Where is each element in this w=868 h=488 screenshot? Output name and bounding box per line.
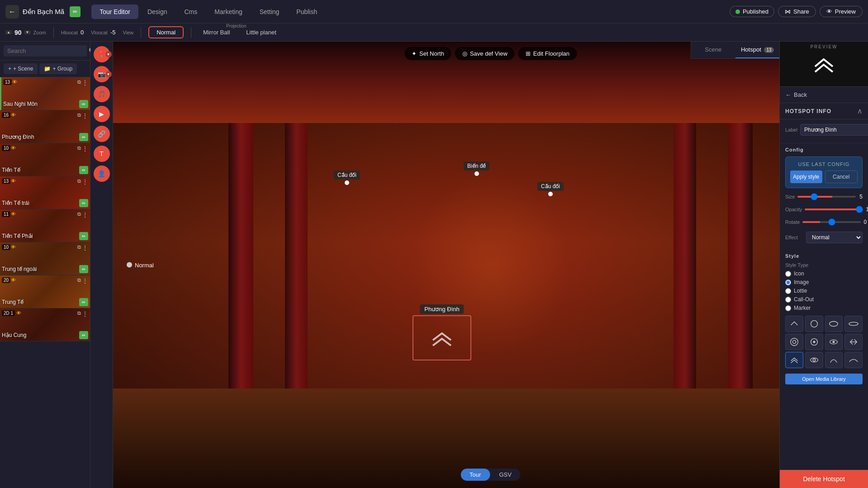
marker-radio[interactable] xyxy=(785,305,791,311)
scene-item[interactable]: 11 👁 Tiền Tế Phải ✏ ⋮ ⧉ xyxy=(0,209,90,242)
nav-tab-setting[interactable]: Setting xyxy=(251,5,288,19)
scene-more-button[interactable]: ⋮ xyxy=(82,145,88,152)
cancel-button[interactable]: Cancel xyxy=(825,171,858,183)
scene-item[interactable]: 20 👁 Trung Tế ✏ ⋮ ⧉ xyxy=(0,275,90,308)
search-input[interactable] xyxy=(4,45,87,57)
style-type-icon[interactable]: Icon xyxy=(785,270,863,277)
icon-cell-dot-circle[interactable] xyxy=(805,334,823,350)
zoom-down-arrow[interactable]: ▼ xyxy=(24,30,31,34)
nav-tab-cms[interactable]: Cms xyxy=(176,5,206,19)
scene-edit-button[interactable]: ✏ xyxy=(79,232,88,240)
scene-copy-button[interactable]: ⧉ xyxy=(77,178,81,184)
icon-cell-arrows[interactable] xyxy=(844,334,863,350)
scene-copy-button[interactable]: ⧉ xyxy=(77,277,81,283)
scene-edit-button[interactable]: ✏ xyxy=(79,265,88,273)
add-scene-button[interactable]: + + Scene xyxy=(4,63,38,74)
camera-tool-button[interactable]: 📷 ▼ xyxy=(94,66,110,82)
icon-cell-wide-oval[interactable] xyxy=(844,316,863,332)
hotspot-tab[interactable]: Hotspot 13 xyxy=(735,42,780,58)
callout-radio[interactable] xyxy=(785,297,791,303)
style-type-callout[interactable]: Call-Out xyxy=(785,296,863,303)
little-planet-button[interactable]: Little planet xyxy=(242,27,281,38)
scene-item[interactable]: 10 👁 Tiền Tế ✏ ⋮ ⧉ xyxy=(0,143,90,176)
scene-copy-button[interactable]: ⧉ xyxy=(77,112,81,118)
scene-edit-button[interactable]: ✏ xyxy=(79,100,88,108)
scene-more-button[interactable]: ⋮ xyxy=(82,244,88,251)
preview-button[interactable]: 👁 Preview xyxy=(820,6,863,17)
back-panel-button[interactable]: ← Back xyxy=(780,87,868,103)
scene-copy-button[interactable]: ⧉ xyxy=(77,310,81,316)
style-type-marker[interactable]: Marker xyxy=(785,305,863,311)
nav-tab-tour-editor[interactable]: Tour Editor xyxy=(91,5,138,19)
mirror-ball-button[interactable]: Mirror Ball xyxy=(199,27,234,38)
back-button[interactable]: ← xyxy=(5,5,19,19)
icon-cell-target[interactable] xyxy=(785,334,803,350)
scene-more-button[interactable]: ⋮ xyxy=(82,310,88,317)
icon-cell-curved-up[interactable] xyxy=(825,352,843,368)
text-tool-button[interactable]: T xyxy=(94,146,110,162)
style-type-image[interactable]: Image xyxy=(785,279,863,285)
save-def-view-button[interactable]: ◎ Save def View xyxy=(455,47,515,60)
hotspot-marker[interactable]: Cầu đối xyxy=(537,182,564,196)
icon-cell-curved-wide[interactable] xyxy=(844,352,863,368)
selected-hotspot[interactable]: Phương Đình xyxy=(413,315,471,360)
open-media-library-button[interactable]: Open Media Library xyxy=(785,374,863,384)
scene-edit-button[interactable]: ✏ xyxy=(79,331,88,339)
edit-floorplan-button[interactable]: ⊞ Edit Floorplan xyxy=(518,47,577,60)
viewer[interactable]: ✦ Set North ◎ Save def View ⊞ Edit Floor… xyxy=(113,42,868,488)
rotate-slider[interactable] xyxy=(802,221,861,223)
nav-tab-design[interactable]: Design xyxy=(139,5,175,19)
scene-tab[interactable]: Scene xyxy=(691,42,735,58)
opacity-slider[interactable] xyxy=(805,208,863,210)
lottie-radio[interactable] xyxy=(785,288,791,294)
effect-select[interactable]: Normal Bounce Pulse Swing xyxy=(806,232,863,243)
scene-edit-button[interactable]: ✏ xyxy=(79,166,88,174)
icon-cell-ring[interactable] xyxy=(825,334,843,350)
icon-cell-eye[interactable] xyxy=(805,352,823,368)
scene-more-button[interactable]: ⋮ xyxy=(82,112,88,119)
scene-more-button[interactable]: ⋮ xyxy=(82,79,88,86)
scene-copy-button[interactable]: ⧉ xyxy=(77,244,81,250)
normal-button[interactable]: Normal xyxy=(148,26,184,38)
scene-item[interactable]: 16 👁 Phương Đình ✏ ⋮ ⧉ xyxy=(0,110,90,143)
hotspot-marker[interactable]: Cầu đối xyxy=(334,171,360,185)
scene-edit-button[interactable]: ✏ xyxy=(79,199,88,207)
nav-tab-marketing[interactable]: Marketing xyxy=(206,5,250,19)
add-group-button[interactable]: 📁 + Group xyxy=(39,63,77,74)
scene-item[interactable]: 13 👁 Tiền Tế trái ✏ ⋮ ⧉ xyxy=(0,176,90,209)
apply-style-button[interactable]: Apply style xyxy=(790,171,822,183)
size-slider[interactable] xyxy=(797,196,856,198)
delete-hotspot-button[interactable]: Delete Hotspot xyxy=(780,470,868,488)
icon-radio[interactable] xyxy=(785,271,791,277)
gsv-tab[interactable]: GSV xyxy=(490,469,520,481)
icon-cell-double-chevron-selected[interactable] xyxy=(785,352,803,368)
scene-more-button[interactable]: ⋮ xyxy=(82,211,88,218)
navigate-tool-button[interactable]: 📍 ▼ xyxy=(94,46,110,62)
scene-item[interactable]: 2D 1 👁 Hậu Cung ✏ ⋮ ⧉ xyxy=(0,308,90,341)
icon-cell-oval[interactable] xyxy=(825,316,843,332)
avatar-tool-button[interactable]: 👤 xyxy=(94,166,110,182)
scene-item[interactable]: 13 👁 Sau Nghi Môn ✏ ⋮ ⧉ xyxy=(0,77,90,110)
link-tool-button[interactable]: 🔗 xyxy=(94,126,110,142)
set-north-button[interactable]: ✦ Set North xyxy=(404,47,451,60)
scene-edit-button[interactable]: ✏ xyxy=(79,133,88,141)
zoom-up-arrow[interactable]: ▲ xyxy=(5,30,12,34)
scene-item[interactable]: 10 👁 Trung tế ngoài ✏ ⋮ ⧉ xyxy=(0,242,90,275)
icon-cell-circle[interactable] xyxy=(805,316,823,332)
share-button[interactable]: ⋈ Share xyxy=(778,6,816,17)
video-tool-button[interactable]: ▶ xyxy=(94,106,110,122)
image-radio[interactable] xyxy=(785,280,791,285)
scene-more-button[interactable]: ⋮ xyxy=(82,178,88,185)
edit-name-button[interactable]: ✏ xyxy=(70,6,81,17)
icon-cell-chevron-up[interactable] xyxy=(785,316,803,332)
scene-edit-button[interactable]: ✏ xyxy=(79,298,88,306)
hotspot-marker[interactable]: Biến đề xyxy=(464,161,489,176)
music-tool-button[interactable]: 🎵 xyxy=(94,86,110,102)
collapse-button[interactable]: ∧ xyxy=(857,107,863,115)
scene-more-button[interactable]: ⋮ xyxy=(82,277,88,284)
tour-tab[interactable]: Tour xyxy=(460,469,490,481)
style-type-lottie[interactable]: Lottie xyxy=(785,288,863,294)
scene-copy-button[interactable]: ⧉ xyxy=(77,211,81,217)
scene-copy-button[interactable]: ⧉ xyxy=(77,145,81,151)
scene-copy-button[interactable]: ⧉ xyxy=(77,79,81,85)
